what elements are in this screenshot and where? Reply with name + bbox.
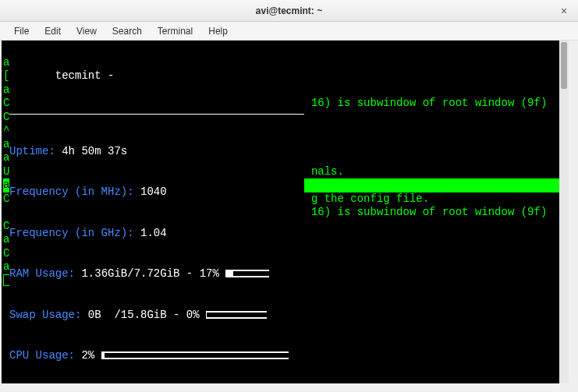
freq-mhz-value: 1040 <box>140 185 167 198</box>
menu-file[interactable]: File <box>6 24 37 38</box>
cpu-value: 2% <box>81 349 94 362</box>
cpu-label: CPU Usage: <box>9 349 75 362</box>
menubar: File Edit View Search Terminal Help <box>0 22 578 41</box>
swap-label: Swap Usage: <box>9 309 81 321</box>
cpu-bar <box>101 351 289 359</box>
uptime-label: Uptime: <box>9 145 55 157</box>
scrollbar[interactable] <box>559 41 569 383</box>
ram-bar <box>225 270 269 277</box>
menu-view[interactable]: View <box>69 24 105 38</box>
menu-terminal[interactable]: Terminal <box>150 24 200 38</box>
titlebar: avi@tecmint: ~ × <box>0 0 578 22</box>
freq-ghz-label: Frequency (in GHz): <box>9 227 134 239</box>
menu-search[interactable]: Search <box>105 24 150 38</box>
scrollbar-thumb[interactable] <box>561 42 567 89</box>
divider <box>9 114 304 115</box>
conky-panel: tecmint - Uptime: 4h 50m 37s Frequency (… <box>9 42 304 383</box>
swap-bar <box>206 311 267 319</box>
window-title: avi@tecmint: ~ <box>256 5 322 16</box>
conky-host: tecmint - <box>55 69 115 82</box>
close-icon[interactable]: × <box>558 5 570 17</box>
ram-value: 1.36GiB/7.72GiB - 17% <box>81 267 218 280</box>
terminal-area[interactable]: avi@tecmint: $ conky & [ a C 16) is subw… <box>2 41 569 383</box>
menu-help[interactable]: Help <box>200 24 236 38</box>
freq-mhz-label: Frequency (in MHz): <box>9 185 134 198</box>
uptime-value: 4h 50m 37s <box>62 145 127 157</box>
swap-value: 0B /15.8GiB - 0% <box>88 309 200 321</box>
menu-edit[interactable]: Edit <box>37 24 69 38</box>
ram-label: RAM Usage: <box>9 267 75 280</box>
freq-ghz-value: 1.04 <box>140 227 167 239</box>
